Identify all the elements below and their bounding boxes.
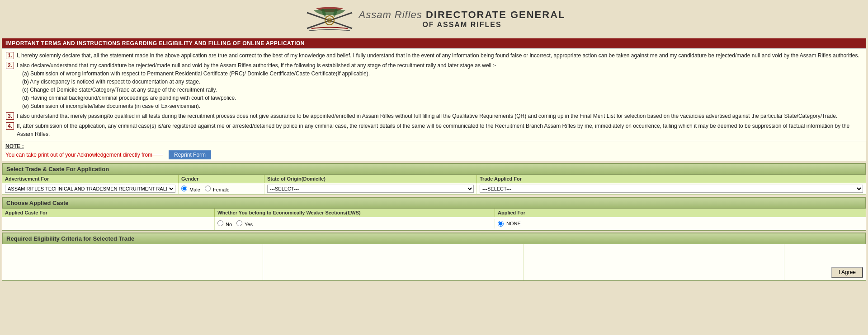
trade-select[interactable]: ---SELECT--- xyxy=(480,185,863,193)
ews-cell: No Yes xyxy=(215,219,495,228)
ews-yes-radio[interactable] xyxy=(236,220,242,226)
svg-point-3 xyxy=(327,18,332,23)
gender-cell: Male Female xyxy=(179,184,264,194)
applied-caste-col-header: Applied Caste For xyxy=(2,209,215,217)
eligibility-grid: I Agree xyxy=(2,244,866,280)
female-label[interactable]: Female xyxy=(205,186,230,192)
term-4-num: 4. xyxy=(6,122,14,130)
gender-radio-group: Male Female xyxy=(181,186,261,192)
applied-caste-cell xyxy=(2,217,215,230)
none-label: NONE xyxy=(506,221,521,226)
term-1: 1. I, hereby solemnly declare that, all … xyxy=(6,51,862,60)
header-subtitle: OF ASSAM RIFLES xyxy=(359,21,565,29)
term-3-text: I also understand that merely passing/to… xyxy=(17,112,837,120)
no-label[interactable]: No xyxy=(217,220,232,227)
important-bar: IMPORTANT TERMS AND INSTRUCTIONS REGARDI… xyxy=(2,38,866,48)
applied-for-cell: NONE xyxy=(495,219,866,228)
term-4: 4. If, after submission of the applicati… xyxy=(6,121,862,139)
agree-button[interactable]: I Agree xyxy=(831,267,863,278)
trade-caste-section: Select Trade & Caste For Application Adv… xyxy=(2,163,866,195)
trade-form-row: ASSAM RIFLES TECHNICAL AND TRADESMEN REC… xyxy=(2,183,866,195)
ews-col-header: Whether You belong to Economically Weake… xyxy=(215,209,495,217)
trade-cell: ---SELECT--- xyxy=(477,183,866,194)
note-label: NOTE : xyxy=(5,143,24,149)
ews-no-radio[interactable] xyxy=(217,220,223,226)
caste-column-headers: Applied Caste For Whether You belong to … xyxy=(2,209,866,217)
term-2-text: I also declare/understand that my candid… xyxy=(17,61,496,110)
female-radio[interactable] xyxy=(205,186,211,191)
male-radio[interactable] xyxy=(181,186,187,191)
logo xyxy=(302,4,357,34)
none-radio[interactable] xyxy=(498,221,504,227)
term-2: 2. I also declare/understand that my can… xyxy=(6,60,862,111)
page-header: Assam Rifles DIRECTORATE GENERAL OF ASSA… xyxy=(0,0,868,38)
term-1-text: I, hereby solemnly declare that, all the… xyxy=(17,51,859,60)
male-label[interactable]: Male xyxy=(181,186,200,192)
trade-caste-header: Select Trade & Caste For Application xyxy=(2,163,866,175)
state-col-header: State of Origin(Domicile) xyxy=(264,175,477,183)
trade-column-headers: Advertisement For Gender State of Origin… xyxy=(2,175,866,183)
eligibility-col-3 xyxy=(524,244,784,280)
advertisement-select[interactable]: ASSAM RIFLES TECHNICAL AND TRADESMEN REC… xyxy=(5,185,175,193)
term-2-num: 2. xyxy=(6,62,14,69)
advert-col-header: Advertisement For xyxy=(2,175,179,183)
eligibility-col-2 xyxy=(263,244,524,280)
caste-form-row: No Yes NONE xyxy=(2,217,866,230)
yes-label[interactable]: Yes xyxy=(236,220,253,227)
eligibility-section: Required Eligibility Criteria for Select… xyxy=(2,233,866,281)
trade-col-header: Trade Applied For xyxy=(477,175,866,183)
ews-radio-group: No Yes xyxy=(217,220,492,227)
note-section: NOTE : You can take print out of your Ac… xyxy=(2,141,866,161)
header-titles: Assam Rifles DIRECTORATE GENERAL OF ASSA… xyxy=(359,9,565,29)
header-bold: DIRECTORATE GENERAL xyxy=(426,9,566,20)
term-1-num: 1. xyxy=(6,52,14,59)
eligibility-header: Required Eligibility Criteria for Select… xyxy=(2,233,866,244)
state-select[interactable]: ---SELECT--- xyxy=(267,185,474,193)
caste-section: Choose Applied Caste Applied Caste For W… xyxy=(2,197,866,231)
gender-col-header: Gender xyxy=(179,175,264,183)
note-content: You can take print out of your Acknowled… xyxy=(5,152,163,158)
eligibility-agree-cell: I Agree xyxy=(784,244,866,280)
state-cell: ---SELECT--- xyxy=(264,183,477,194)
header-italic: Assam Rifles xyxy=(359,9,422,20)
applied-for-col-header: Applied For xyxy=(495,209,866,217)
term-3: 3. I also understand that merely passing… xyxy=(6,111,862,121)
eligibility-col-1 xyxy=(2,244,263,280)
advert-cell: ASSAM RIFLES TECHNICAL AND TRADESMEN REC… xyxy=(2,183,179,194)
term-3-num: 3. xyxy=(6,112,14,120)
terms-box: 1. I, hereby solemnly declare that, all … xyxy=(2,48,866,141)
caste-header: Choose Applied Caste xyxy=(2,197,866,209)
reprint-button[interactable]: Reprint Form xyxy=(169,150,211,159)
term-4-text: If, after submission of the application,… xyxy=(17,122,862,138)
